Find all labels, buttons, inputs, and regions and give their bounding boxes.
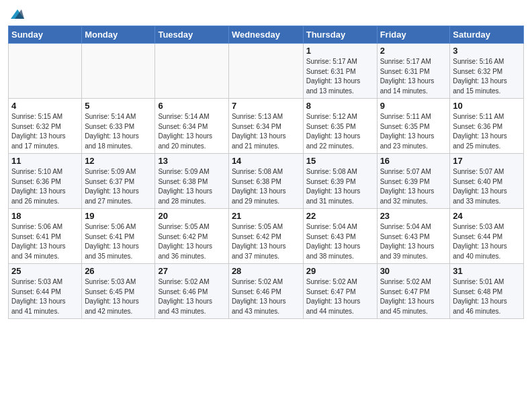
day-number: 31 [453,266,521,276]
day-detail: Sunrise: 5:08 AM Sunset: 6:39 PM Dayligh… [306,167,374,206]
day-number: 6 [158,101,225,111]
day-detail: Sunrise: 5:07 AM Sunset: 6:40 PM Dayligh… [453,167,521,206]
day-detail: Sunrise: 5:04 AM Sunset: 6:43 PM Dayligh… [306,222,374,261]
col-header-tuesday: Tuesday [155,26,228,44]
day-number: 3 [453,46,521,56]
day-detail: Sunrise: 5:13 AM Sunset: 6:34 PM Dayligh… [232,112,300,151]
day-number: 8 [306,101,374,111]
day-number: 16 [380,156,447,166]
day-detail: Sunrise: 5:05 AM Sunset: 6:42 PM Dayligh… [232,222,300,261]
day-detail: Sunrise: 5:07 AM Sunset: 6:39 PM Dayligh… [380,167,447,206]
day-detail: Sunrise: 5:16 AM Sunset: 6:32 PM Dayligh… [453,57,521,96]
week-row-5: 25Sunrise: 5:03 AM Sunset: 6:44 PM Dayli… [9,264,524,319]
day-cell: 28Sunrise: 5:02 AM Sunset: 6:46 PM Dayli… [228,264,303,319]
header [8,7,524,21]
week-row-4: 18Sunrise: 5:06 AM Sunset: 6:41 PM Dayli… [9,209,524,264]
day-detail: Sunrise: 5:11 AM Sunset: 6:36 PM Dayligh… [453,112,521,151]
day-number: 4 [11,101,79,111]
calendar-header-row: SundayMondayTuesdayWednesdayThursdayFrid… [9,26,524,44]
day-cell: 29Sunrise: 5:02 AM Sunset: 6:47 PM Dayli… [303,264,377,319]
col-header-saturday: Saturday [450,26,524,44]
logo [8,7,24,21]
day-detail: Sunrise: 5:02 AM Sunset: 6:47 PM Dayligh… [306,277,374,316]
day-number: 1 [306,46,374,56]
col-header-wednesday: Wednesday [228,26,303,44]
day-cell: 10Sunrise: 5:11 AM Sunset: 6:36 PM Dayli… [450,99,524,154]
day-cell [228,44,303,99]
day-cell: 6Sunrise: 5:14 AM Sunset: 6:34 PM Daylig… [155,99,228,154]
day-detail: Sunrise: 5:12 AM Sunset: 6:35 PM Dayligh… [306,112,374,151]
day-number: 10 [453,101,521,111]
day-detail: Sunrise: 5:05 AM Sunset: 6:42 PM Dayligh… [158,222,225,261]
day-detail: Sunrise: 5:10 AM Sunset: 6:36 PM Dayligh… [11,167,79,206]
day-detail: Sunrise: 5:08 AM Sunset: 6:38 PM Dayligh… [232,167,300,206]
day-number: 15 [306,156,374,166]
day-detail: Sunrise: 5:02 AM Sunset: 6:46 PM Dayligh… [158,277,225,316]
day-number: 5 [85,101,152,111]
day-cell: 1Sunrise: 5:17 AM Sunset: 6:31 PM Daylig… [303,44,377,99]
day-detail: Sunrise: 5:04 AM Sunset: 6:43 PM Dayligh… [380,222,447,261]
day-cell: 3Sunrise: 5:16 AM Sunset: 6:32 PM Daylig… [450,44,524,99]
day-cell: 27Sunrise: 5:02 AM Sunset: 6:46 PM Dayli… [155,264,228,319]
day-cell: 30Sunrise: 5:02 AM Sunset: 6:47 PM Dayli… [377,264,450,319]
day-number: 13 [158,156,225,166]
day-number: 29 [306,266,374,276]
day-detail: Sunrise: 5:09 AM Sunset: 6:38 PM Dayligh… [158,167,225,206]
day-number: 9 [380,101,447,111]
day-number: 11 [11,156,79,166]
day-cell: 26Sunrise: 5:03 AM Sunset: 6:45 PM Dayli… [82,264,155,319]
col-header-monday: Monday [82,26,155,44]
day-cell [155,44,228,99]
day-detail: Sunrise: 5:09 AM Sunset: 6:37 PM Dayligh… [85,167,152,206]
day-cell: 13Sunrise: 5:09 AM Sunset: 6:38 PM Dayli… [155,154,228,209]
day-detail: Sunrise: 5:17 AM Sunset: 6:31 PM Dayligh… [306,57,374,96]
col-header-sunday: Sunday [9,26,82,44]
day-number: 27 [158,266,225,276]
col-header-friday: Friday [377,26,450,44]
day-cell [9,44,82,99]
day-number: 20 [158,211,225,221]
day-cell: 25Sunrise: 5:03 AM Sunset: 6:44 PM Dayli… [9,264,82,319]
day-number: 18 [11,211,79,221]
day-detail: Sunrise: 5:03 AM Sunset: 6:44 PM Dayligh… [11,277,79,316]
day-detail: Sunrise: 5:17 AM Sunset: 6:31 PM Dayligh… [380,57,447,96]
day-number: 17 [453,156,521,166]
day-cell: 5Sunrise: 5:14 AM Sunset: 6:33 PM Daylig… [82,99,155,154]
day-number: 19 [85,211,152,221]
day-detail: Sunrise: 5:14 AM Sunset: 6:33 PM Dayligh… [85,112,152,151]
day-cell: 23Sunrise: 5:04 AM Sunset: 6:43 PM Dayli… [377,209,450,264]
day-cell: 17Sunrise: 5:07 AM Sunset: 6:40 PM Dayli… [450,154,524,209]
day-detail: Sunrise: 5:02 AM Sunset: 6:47 PM Dayligh… [380,277,447,316]
day-cell: 19Sunrise: 5:06 AM Sunset: 6:41 PM Dayli… [82,209,155,264]
day-number: 22 [306,211,374,221]
day-cell: 12Sunrise: 5:09 AM Sunset: 6:37 PM Dayli… [82,154,155,209]
day-detail: Sunrise: 5:03 AM Sunset: 6:44 PM Dayligh… [453,222,521,261]
day-cell: 16Sunrise: 5:07 AM Sunset: 6:39 PM Dayli… [377,154,450,209]
day-number: 24 [453,211,521,221]
logo-icon [9,7,24,21]
day-detail: Sunrise: 5:03 AM Sunset: 6:45 PM Dayligh… [85,277,152,316]
day-number: 7 [232,101,300,111]
day-detail: Sunrise: 5:11 AM Sunset: 6:35 PM Dayligh… [380,112,447,151]
day-cell: 4Sunrise: 5:15 AM Sunset: 6:32 PM Daylig… [9,99,82,154]
day-detail: Sunrise: 5:14 AM Sunset: 6:34 PM Dayligh… [158,112,225,151]
week-row-2: 4Sunrise: 5:15 AM Sunset: 6:32 PM Daylig… [9,99,524,154]
day-cell: 20Sunrise: 5:05 AM Sunset: 6:42 PM Dayli… [155,209,228,264]
day-number: 23 [380,211,447,221]
day-cell: 8Sunrise: 5:12 AM Sunset: 6:35 PM Daylig… [303,99,377,154]
day-cell: 22Sunrise: 5:04 AM Sunset: 6:43 PM Dayli… [303,209,377,264]
day-cell: 14Sunrise: 5:08 AM Sunset: 6:38 PM Dayli… [228,154,303,209]
day-number: 25 [11,266,79,276]
day-detail: Sunrise: 5:06 AM Sunset: 6:41 PM Dayligh… [85,222,152,261]
day-cell [82,44,155,99]
day-number: 30 [380,266,447,276]
day-cell: 7Sunrise: 5:13 AM Sunset: 6:34 PM Daylig… [228,99,303,154]
day-cell: 2Sunrise: 5:17 AM Sunset: 6:31 PM Daylig… [377,44,450,99]
day-number: 12 [85,156,152,166]
day-number: 21 [232,211,300,221]
day-number: 14 [232,156,300,166]
col-header-thursday: Thursday [303,26,377,44]
calendar-table: SundayMondayTuesdayWednesdayThursdayFrid… [8,26,524,319]
day-cell: 24Sunrise: 5:03 AM Sunset: 6:44 PM Dayli… [450,209,524,264]
week-row-1: 1Sunrise: 5:17 AM Sunset: 6:31 PM Daylig… [9,44,524,99]
